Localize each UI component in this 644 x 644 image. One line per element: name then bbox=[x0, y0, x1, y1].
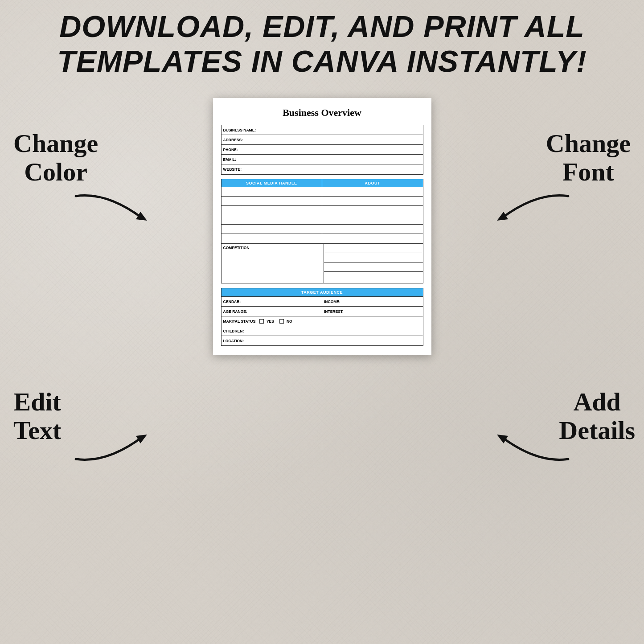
address-label: ADDRESS: bbox=[222, 137, 257, 143]
competition-label: COMPETITION bbox=[223, 246, 322, 250]
about-row-5 bbox=[322, 225, 423, 234]
no-checkbox[interactable] bbox=[279, 319, 284, 324]
website-field: WEBSITE: bbox=[222, 164, 423, 174]
change-font-label: ChangeFont bbox=[546, 129, 631, 186]
age-range-label: AGE RANGE: bbox=[222, 308, 322, 315]
business-overview-document: Business Overview BUSINESS NAME: ADDRESS… bbox=[213, 98, 431, 355]
competition-content bbox=[223, 250, 322, 281]
edit-text-label: EditText bbox=[13, 388, 61, 445]
about-header: ABOUT bbox=[322, 179, 423, 187]
social-row-4 bbox=[222, 215, 322, 225]
social-row-1 bbox=[222, 187, 322, 197]
arrow-bottom-left bbox=[71, 423, 160, 468]
svg-marker-1 bbox=[497, 212, 508, 221]
location-row: LOCATION: bbox=[221, 336, 423, 346]
location-label: LOCATION: bbox=[223, 339, 244, 343]
arrow-bottom-right bbox=[484, 423, 573, 468]
svg-marker-2 bbox=[136, 435, 147, 443]
gender-income-row: GENDAR: INCOME: bbox=[221, 297, 423, 307]
interest-label: INTEREST: bbox=[322, 308, 423, 315]
about-column: ABOUT bbox=[322, 179, 423, 243]
svg-marker-3 bbox=[497, 435, 508, 443]
email-label: EMAIL: bbox=[222, 156, 257, 163]
about-cont-row-1 bbox=[324, 244, 423, 253]
competition-about-row: COMPETITION bbox=[221, 244, 423, 283]
social-media-column: SOCIAL MEDIA HANDLE bbox=[222, 179, 323, 243]
about-row-3 bbox=[322, 206, 423, 215]
marital-status-area: MARITAL STATUS: YES NO bbox=[222, 318, 294, 324]
target-audience-header: TARGET AUDIENCE bbox=[221, 288, 423, 297]
yes-checkbox[interactable] bbox=[259, 319, 264, 324]
about-row-4 bbox=[322, 215, 423, 225]
email-field: EMAIL: bbox=[222, 155, 423, 164]
website-label: WEBSITE: bbox=[222, 166, 257, 172]
about-continued bbox=[324, 244, 423, 283]
top-heading: DOWNLOAD, EDIT, AND PRINT ALL TEMPLATES … bbox=[0, 9, 644, 78]
social-row-2 bbox=[222, 197, 322, 206]
arrow-top-right bbox=[484, 187, 573, 232]
about-row-2 bbox=[322, 197, 423, 206]
about-cont-row-4 bbox=[324, 272, 423, 281]
yes-label: YES bbox=[267, 319, 274, 324]
business-name-label: BUSINESS NAME: bbox=[222, 127, 258, 133]
change-color-label: ChangeColor bbox=[13, 129, 98, 186]
social-media-header: SOCIAL MEDIA HANDLE bbox=[222, 179, 322, 187]
heading-line1: DOWNLOAD, EDIT, AND PRINT ALL bbox=[18, 9, 626, 44]
income-label: INCOME: bbox=[322, 299, 423, 305]
document-title: Business Overview bbox=[221, 107, 423, 119]
business-name-field: BUSINESS NAME: bbox=[222, 125, 423, 135]
about-cont-row-2 bbox=[324, 253, 423, 263]
gender-label: GENDAR: bbox=[222, 299, 322, 305]
phone-field: PHONE: bbox=[222, 145, 423, 155]
no-label: NO bbox=[287, 319, 292, 324]
svg-marker-0 bbox=[136, 212, 147, 221]
arrow-top-left bbox=[71, 187, 160, 232]
social-row-5 bbox=[222, 225, 322, 234]
children-row: CHILDREN: bbox=[221, 326, 423, 336]
competition-section: COMPETITION bbox=[222, 244, 324, 283]
age-interest-row: AGE RANGE: INTEREST: bbox=[221, 307, 423, 316]
social-row-3 bbox=[222, 206, 322, 215]
address-field: ADDRESS: bbox=[222, 135, 423, 145]
marital-status-label: MARITAL STATUS: bbox=[223, 319, 257, 324]
children-label: CHILDREN: bbox=[223, 329, 244, 333]
phone-label: PHONE: bbox=[222, 147, 257, 153]
heading-line2: TEMPLATES IN CANVA INSTANTLY! bbox=[18, 44, 626, 78]
about-cont-row-3 bbox=[324, 263, 423, 272]
about-row-1 bbox=[322, 187, 423, 197]
social-about-section: SOCIAL MEDIA HANDLE ABOUT bbox=[221, 179, 423, 244]
social-row-6 bbox=[222, 234, 322, 243]
about-row-6 bbox=[322, 234, 423, 243]
marital-status-row: MARITAL STATUS: YES NO bbox=[221, 316, 423, 326]
